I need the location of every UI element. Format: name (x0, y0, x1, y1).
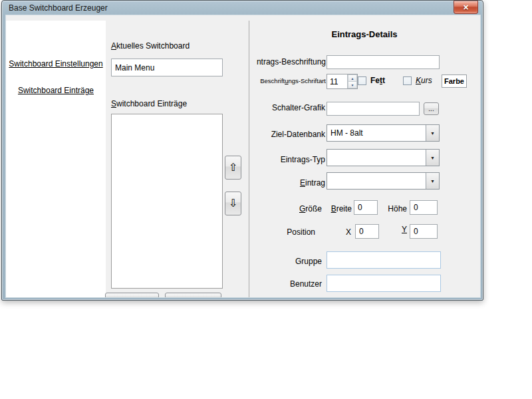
ellipsis-icon: ... (428, 105, 434, 112)
entry-caption-input[interactable] (327, 55, 440, 69)
dropdown-button[interactable]: ▼ (426, 125, 439, 141)
current-switchboard-input[interactable] (111, 59, 223, 76)
position-label: Position (285, 227, 315, 237)
switchboard-entries-listbox[interactable] (111, 114, 223, 289)
chevron-down-icon: ▼ (430, 179, 435, 184)
entry-label: Eintrag (259, 178, 325, 188)
entry-type-label: Eintrags-Typ (259, 155, 325, 164)
move-up-button[interactable]: ⇧ (225, 156, 241, 180)
switchboard-entries-label: Switchboard Einträge (111, 99, 187, 108)
nav-link-switchboard-eintraege[interactable]: Switchboard Einträge (6, 86, 106, 95)
chevron-down-icon: ▼ (430, 131, 435, 136)
list-action-button-2[interactable] (165, 293, 221, 297)
y-label: Y (399, 225, 407, 234)
entry-type-value (327, 150, 426, 166)
bold-label: Fett (370, 76, 385, 85)
target-database-label: Ziel-Datenbank (259, 130, 325, 139)
desktop: Base Switchboard Erzeuger ✕ Switchboard … (0, 0, 532, 399)
font-size-spinner: ▲ ▼ (327, 74, 358, 89)
italic-label: Kurs (416, 76, 432, 85)
browse-button[interactable]: ... (424, 102, 439, 115)
nav-panel: Switchboard Einstellungen Switchboard Ei… (6, 21, 106, 297)
spin-down-icon: ▼ (351, 83, 354, 87)
target-database-value: HM - 8alt (327, 125, 426, 141)
current-switchboard-label: Aktuelles Switchboard (111, 41, 190, 51)
button-graphic-input[interactable] (327, 102, 420, 116)
details-header: Eintrags-Details (249, 29, 480, 39)
entry-caption-label: ntrags-Beschriftung (245, 57, 326, 66)
user-label: Benutzer (285, 279, 322, 289)
move-down-button[interactable]: ⇩ (225, 192, 241, 215)
arrow-up-icon: ⇧ (229, 162, 237, 173)
x-input[interactable] (355, 224, 379, 239)
height-input[interactable] (410, 200, 438, 215)
close-button[interactable]: ✕ (454, 1, 478, 14)
dropdown-button[interactable]: ▼ (426, 150, 439, 166)
bold-checkbox[interactable] (358, 76, 366, 85)
caption-font-label: Beschriftungs-Schriftart (243, 77, 326, 84)
entry-value (327, 173, 426, 189)
y-input[interactable] (410, 224, 438, 239)
spin-up-button[interactable]: ▲ (348, 74, 357, 81)
font-size-input[interactable] (327, 74, 347, 88)
nav-link-switchboard-einstellungen[interactable]: Switchboard Einstellungen (6, 59, 106, 68)
close-icon: ✕ (463, 3, 469, 11)
height-label: Höhe (385, 204, 407, 213)
width-label: Breite (329, 204, 352, 213)
width-input[interactable] (354, 200, 378, 215)
titlebar[interactable]: Base Switchboard Erzeuger ✕ (2, 1, 483, 15)
color-button[interactable]: Farbe (442, 74, 467, 88)
arrow-down-icon: ⇩ (229, 198, 237, 209)
x-label: X (342, 227, 351, 237)
entry-combo[interactable]: ▼ (327, 172, 440, 190)
window-title: Base Switchboard Erzeuger (9, 3, 108, 13)
switchboard-dialog: Base Switchboard Erzeuger ✕ Switchboard … (1, 0, 483, 301)
italic-checkbox[interactable] (403, 76, 412, 85)
spin-up-icon: ▲ (351, 76, 354, 80)
entry-type-combo[interactable]: ▼ (327, 149, 440, 166)
spin-buttons: ▲ ▼ (347, 74, 357, 88)
chevron-down-icon: ▼ (430, 156, 435, 160)
dropdown-button[interactable]: ▼ (426, 173, 439, 189)
user-input[interactable] (327, 275, 441, 292)
group-label: Gruppe (285, 257, 322, 266)
button-graphic-label: Schalter-Grafik (259, 103, 325, 112)
size-label: Größe (292, 204, 322, 213)
spin-down-button[interactable]: ▼ (348, 81, 357, 88)
group-input[interactable] (327, 251, 441, 269)
list-action-button-1[interactable] (105, 293, 159, 297)
target-database-combo[interactable]: HM - 8alt ▼ (327, 124, 440, 142)
dialog-client-area: Switchboard Einstellungen Switchboard Ei… (6, 15, 480, 297)
